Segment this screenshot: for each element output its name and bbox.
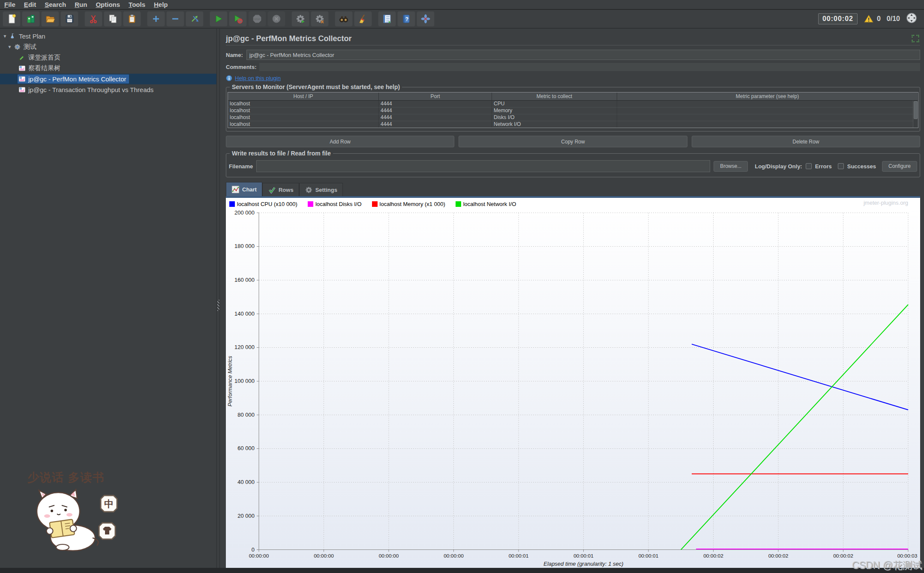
tree-item-jp-gc-perfmon-metrics-collector[interactable]: jp@gc - PerfMon Metrics Collector <box>0 74 216 84</box>
column-header: Metric to collect <box>492 93 617 101</box>
svg-text:STOP: STOP <box>254 18 260 21</box>
svg-text:Performance Metrics: Performance Metrics <box>227 356 233 407</box>
expand-add-button[interactable] <box>147 11 165 27</box>
errors-checkbox[interactable] <box>806 163 812 169</box>
log-display-label: Log/Display Only: <box>755 163 802 170</box>
tree-item-test-plan[interactable]: ▼Test Plan <box>0 31 216 42</box>
testplan-beaker-icon <box>9 33 16 40</box>
save-button[interactable] <box>60 11 78 27</box>
table-cell[interactable]: localhost <box>228 107 379 114</box>
perfmon-chart-panel: localhost CPU (x10 000)localhost Disks I… <box>226 198 920 568</box>
table-cell[interactable]: 4444 <box>379 101 492 107</box>
open <box>45 14 55 24</box>
collapse-remove-button[interactable] <box>166 11 184 27</box>
table-cell[interactable]: 4444 <box>379 114 492 121</box>
svg-text:120 000: 120 000 <box>234 344 255 351</box>
menu-file[interactable]: File <box>0 1 20 8</box>
tree-item-察看结果树[interactable]: 察看结果树 <box>0 63 216 74</box>
clear-all-button[interactable] <box>354 11 372 27</box>
table-scrollbar-thumb[interactable] <box>914 101 918 119</box>
paste-button[interactable] <box>123 11 141 27</box>
table-row: localhost4444Network I/O <box>228 121 918 128</box>
plugins-manager-button[interactable] <box>417 11 435 27</box>
tree-item-label: Test Plan <box>19 33 45 40</box>
log-warnings[interactable]: 0 <box>864 14 881 24</box>
start-no-pauses-button[interactable] <box>229 11 247 27</box>
table-cell[interactable] <box>617 107 918 114</box>
tab-label: Rows <box>279 187 294 193</box>
chart-legend: localhost CPU (x10 000)localhost Disks I… <box>226 198 920 208</box>
table-cell[interactable]: CPU <box>492 101 617 107</box>
jmeter-plugins-watermark: jmeter-plugins.org <box>864 200 908 206</box>
toggle-button[interactable] <box>186 11 204 27</box>
delete-row-button[interactable]: Delete Row <box>692 136 920 147</box>
table-cell[interactable]: Memory <box>492 107 617 114</box>
menu-edit[interactable]: Edit <box>20 1 40 8</box>
successes-checkbox[interactable] <box>838 163 844 169</box>
name-field[interactable] <box>246 50 920 60</box>
table-cell[interactable]: localhost <box>228 114 379 121</box>
tree-item-label: jp@gc - Transaction Throughput vs Thread… <box>28 86 153 93</box>
servers-table-header: Host / IPPortMetric to collectMetric par… <box>228 93 918 101</box>
new-file-button[interactable] <box>3 11 21 27</box>
help-button[interactable]: ? <box>397 11 415 27</box>
stop-button: STOP <box>248 11 266 27</box>
function-helper-button[interactable] <box>378 11 396 27</box>
search-button[interactable] <box>335 11 353 27</box>
table-cell[interactable]: localhost <box>228 101 379 107</box>
svg-text:100 000: 100 000 <box>234 378 255 384</box>
tree-item-课堂派首页[interactable]: 课堂派首页 <box>0 52 216 63</box>
sticker-caption: 少说话 多读书 <box>27 471 105 484</box>
thread-count: 0/10 <box>887 15 900 23</box>
maximize-panel-button[interactable] <box>911 34 920 43</box>
copy-row-button[interactable]: Copy Row <box>459 136 687 147</box>
tab-rows[interactable]: Rows <box>262 183 299 196</box>
tab-settings[interactable]: Settings <box>299 183 343 196</box>
configure-button[interactable]: Configure <box>882 161 917 172</box>
table-cell[interactable]: Network I/O <box>492 121 617 128</box>
filename-field[interactable] <box>256 160 710 172</box>
menu-help[interactable]: Help <box>150 1 172 8</box>
start-button[interactable] <box>210 11 228 27</box>
tree-item-测试[interactable]: ▼测试 <box>0 42 216 52</box>
cut-button[interactable] <box>84 11 102 27</box>
remote-stop-all-button[interactable] <box>311 11 329 27</box>
help-plugin-link[interactable]: Help on this plugin <box>235 75 281 81</box>
menu-run[interactable]: Run <box>70 1 91 8</box>
tree-item-jp-gc-transaction-throughput-vs-threads[interactable]: jp@gc - Transaction Throughput vs Thread… <box>0 84 216 95</box>
menu-search[interactable]: Search <box>40 1 70 8</box>
table-cell[interactable]: 4444 <box>379 107 492 114</box>
expander-triangle-icon[interactable]: ▼ <box>6 45 13 49</box>
copy-button[interactable] <box>104 11 122 27</box>
elapsed-timer: 00:00:02 <box>818 13 858 24</box>
listener-chart-icon <box>18 86 26 93</box>
table-cell[interactable]: 4444 <box>379 121 492 128</box>
comments-field[interactable] <box>259 63 920 71</box>
legend-label: localhost Disks I/O <box>315 201 362 207</box>
table-row: localhost4444Memory <box>228 107 918 114</box>
add-row-button[interactable]: Add Row <box>226 136 454 147</box>
svg-text:00:00:01: 00:00:01 <box>639 553 659 559</box>
table-row: localhost4444Disks I/O <box>228 114 918 121</box>
table-cell[interactable] <box>617 114 918 121</box>
split-pane-divider[interactable] <box>216 29 220 568</box>
servers-groupbox: Servers to Monitor (ServerAgent must be … <box>226 87 920 131</box>
table-cell[interactable]: localhost <box>228 121 379 128</box>
tree-item-label: 课堂派首页 <box>28 54 60 62</box>
expander-triangle-icon[interactable]: ▼ <box>2 34 8 39</box>
table-cell[interactable] <box>617 121 918 128</box>
info-icon <box>226 75 232 81</box>
filename-label: Filename <box>229 163 253 170</box>
menu-tools[interactable]: Tools <box>124 1 150 8</box>
table-scrollbar[interactable] <box>913 101 918 128</box>
menu-options[interactable]: Options <box>91 1 124 8</box>
table-cell[interactable]: Disks I/O <box>492 114 617 121</box>
browse-button[interactable]: Browse... <box>714 161 748 172</box>
remote-start-all-button[interactable] <box>291 11 309 27</box>
templates-button[interactable] <box>22 11 40 27</box>
tab-chart[interactable]: Chart <box>226 182 262 196</box>
copy <box>108 14 118 24</box>
divider-grip[interactable] <box>217 300 219 311</box>
open-button[interactable] <box>41 11 59 27</box>
table-cell[interactable] <box>617 101 918 107</box>
